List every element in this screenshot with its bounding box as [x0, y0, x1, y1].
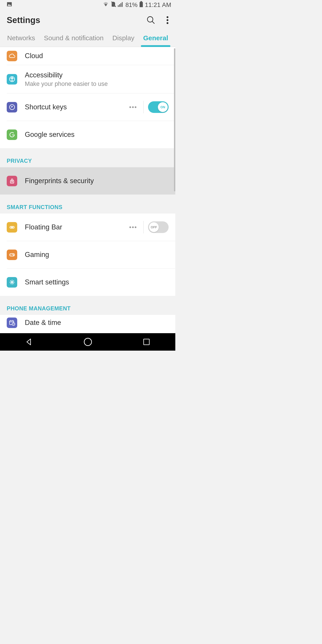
settings-list[interactable]: Cloud Accessibility Make your phone easi…	[0, 47, 175, 333]
svg-rect-7	[122, 2, 123, 7]
row-subtitle: Make your phone easier to use	[25, 80, 168, 88]
wifi-icon	[103, 2, 109, 8]
svg-point-32	[84, 338, 92, 346]
svg-rect-10	[140, 3, 143, 7]
row-label: Google services	[25, 130, 168, 139]
section-smart-functions: SMART FUNCTIONS	[0, 194, 175, 214]
svg-point-27	[13, 255, 14, 255]
battery-icon	[139, 1, 143, 9]
row-label: Shortcut keys	[25, 103, 129, 111]
row-accessibility[interactable]: Accessibility Make your phone easier to …	[0, 65, 175, 93]
more-dots-icon[interactable]: •••	[129, 224, 139, 231]
svg-rect-4	[118, 5, 119, 7]
row-label: Fingerprints & security	[25, 177, 168, 185]
back-button[interactable]	[24, 338, 34, 346]
row-floating-bar[interactable]: Floating Bar ••• OFF	[0, 214, 175, 241]
svg-point-24	[12, 227, 13, 228]
google-icon	[7, 130, 17, 140]
row-label: Gaming	[25, 251, 168, 259]
svg-point-17	[12, 77, 12, 78]
svg-point-26	[12, 254, 13, 255]
calendar-clock-icon	[7, 318, 17, 328]
row-smart-settings[interactable]: Smart settings	[0, 268, 175, 296]
more-dots-icon[interactable]: •••	[129, 104, 139, 111]
clock-time: 11:21 AM	[145, 2, 171, 8]
section-phone-management: PHONE MANAGEMENT	[0, 296, 175, 315]
signal-icon	[118, 2, 124, 8]
page-title: Settings	[7, 16, 40, 25]
floating-bar-toggle[interactable]: OFF	[148, 222, 168, 233]
svg-line-12	[152, 21, 154, 24]
tab-general[interactable]: General	[143, 34, 168, 47]
shortcut-icon	[7, 102, 17, 112]
svg-rect-5	[119, 4, 120, 7]
row-label: Accessibility	[25, 71, 168, 79]
floating-bar-icon	[7, 222, 17, 232]
row-google-services[interactable]: Google services	[0, 121, 175, 148]
shortcut-toggle[interactable]: ON	[148, 101, 168, 113]
svg-point-13	[166, 16, 168, 18]
smart-settings-icon	[7, 277, 17, 288]
svg-rect-33	[144, 339, 149, 344]
recent-apps-button[interactable]	[142, 338, 151, 346]
settings-tabs: Networks Sound & notification Display Ge…	[0, 30, 175, 47]
row-label: Date & time	[25, 319, 168, 327]
no-sim-icon	[111, 1, 116, 9]
section-privacy: PRIVACY	[0, 148, 175, 167]
separator	[143, 221, 144, 234]
gaming-icon	[7, 250, 17, 260]
svg-point-14	[166, 19, 168, 21]
toggle-knob: ON	[158, 102, 168, 112]
row-shortcut-keys[interactable]: Shortcut keys ••• ON	[0, 94, 175, 121]
tab-networks[interactable]: Networks	[7, 34, 35, 47]
row-label: Cloud	[25, 52, 168, 60]
svg-rect-8	[140, 1, 142, 2]
lock-icon	[7, 176, 17, 186]
row-cloud[interactable]: Cloud	[0, 47, 175, 65]
svg-point-15	[166, 22, 168, 24]
home-button[interactable]	[83, 337, 93, 347]
navigation-bar	[0, 333, 175, 350]
svg-point-22	[11, 227, 12, 228]
battery-percent: 81%	[126, 2, 138, 8]
cloud-icon	[7, 51, 17, 61]
row-label: Smart settings	[25, 278, 168, 286]
row-date-time[interactable]: Date & time	[0, 315, 175, 330]
status-bar: 81% 11:21 AM	[0, 0, 175, 10]
svg-point-29	[12, 282, 12, 282]
row-fingerprints-security[interactable]: Fingerprints & security	[0, 167, 175, 194]
svg-point-20	[12, 181, 12, 182]
tab-sound-notification[interactable]: Sound & notification	[44, 34, 104, 47]
svg-point-11	[147, 16, 153, 22]
svg-point-23	[12, 227, 12, 228]
search-icon[interactable]	[146, 16, 156, 25]
tab-display[interactable]: Display	[112, 34, 134, 47]
more-icon[interactable]	[166, 16, 168, 25]
image-notification-icon	[6, 2, 12, 9]
toggle-knob: OFF	[149, 222, 159, 232]
svg-rect-6	[120, 3, 122, 7]
scroll-thumb[interactable]	[174, 48, 175, 192]
accessibility-icon	[7, 74, 17, 84]
app-header: Settings	[0, 10, 175, 30]
separator	[143, 101, 144, 113]
row-label: Floating Bar	[25, 223, 129, 231]
row-gaming[interactable]: Gaming	[0, 241, 175, 268]
